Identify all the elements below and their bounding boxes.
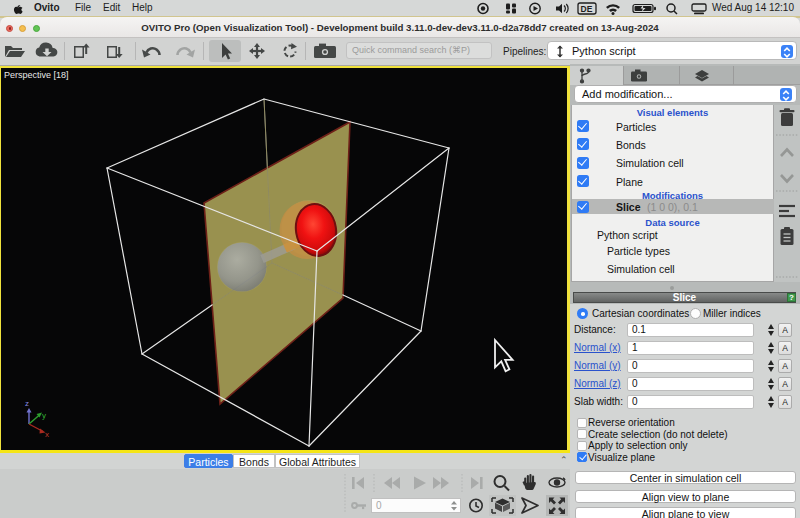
svg-text:DE: DE (581, 4, 593, 14)
svg-text:y: y (42, 411, 46, 420)
svg-text:x: x (45, 430, 49, 439)
svg-text:z: z (25, 399, 29, 408)
